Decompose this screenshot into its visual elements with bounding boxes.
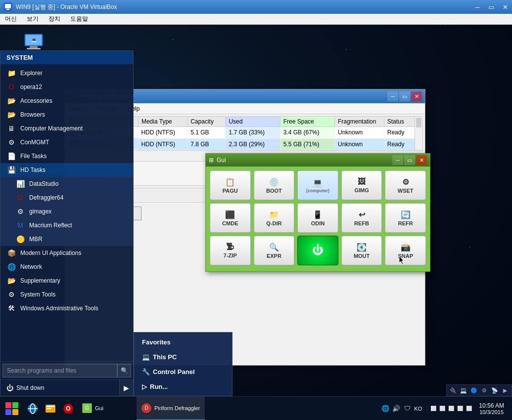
taskbar-ie-icon[interactable] bbox=[24, 397, 42, 420]
tray-extra-2[interactable]: ⬜ bbox=[438, 405, 446, 413]
shutdown-button[interactable]: ⏻ Shut down bbox=[0, 380, 119, 396]
start-item-filetasks[interactable]: 📄 File Tasks bbox=[0, 149, 133, 163]
taskbar-app-gui[interactable]: G Gui bbox=[77, 397, 137, 420]
gui-btn-mout[interactable]: 💽 MOUT bbox=[341, 236, 382, 265]
start-item-supplementary[interactable]: 📂 Supplementary bbox=[0, 274, 133, 288]
tray-overflow-icon-4[interactable]: ⚙ bbox=[480, 386, 489, 395]
start-button[interactable] bbox=[0, 397, 24, 420]
taskbar-opera-icon[interactable]: O bbox=[59, 397, 77, 420]
gui-taskbar-icon: G bbox=[82, 403, 92, 413]
system-panel-favorites[interactable]: Favorites bbox=[134, 335, 232, 349]
gui-btn-expr[interactable]: 🔍 EXPR bbox=[254, 236, 295, 265]
start-item-explorer[interactable]: 📁 Explorer bbox=[0, 66, 133, 80]
gui-window: ⊞ Gui ─ ▭ ✕ 📋 PAGU 💿 BOOT 💻 (computer) bbox=[205, 153, 430, 272]
tray-overflow-icon-1[interactable]: 🔌 bbox=[449, 386, 458, 395]
start-item-modernui[interactable]: 📦 Modern UI Applications bbox=[0, 246, 133, 260]
shutdown-arrow[interactable]: ▶ bbox=[119, 380, 133, 396]
vbox-menu-help[interactable]: 도움말 bbox=[65, 14, 93, 24]
start-subitem-defraggler64[interactable]: D Defraggler64 bbox=[0, 191, 133, 205]
tray-overflow-icon-3[interactable]: 🔵 bbox=[469, 386, 478, 395]
gui-btn-cmde[interactable]: ⬛ CMDE bbox=[210, 203, 251, 233]
start-item-network[interactable]: 🌐 Network bbox=[0, 260, 133, 274]
gui-controls: ─ ▭ ✕ bbox=[392, 155, 427, 165]
svg-rect-27 bbox=[47, 408, 51, 409]
tray-extra-1[interactable]: ⬜ bbox=[429, 405, 437, 413]
defraggler64-icon: D bbox=[15, 193, 25, 203]
tray-extra-5[interactable]: ⬜ bbox=[465, 405, 473, 413]
gui-btn-qdir[interactable]: 📁 Q-DIR bbox=[254, 203, 295, 233]
drive-used-1: 2.3 GB (29%) bbox=[226, 138, 280, 150]
gui-btn-snap[interactable]: 📸 SNAP bbox=[385, 236, 426, 265]
taskbar-fe-icon[interactable] bbox=[42, 397, 59, 420]
tray-security-icon[interactable]: 🛡 bbox=[403, 405, 411, 413]
defraggler-close[interactable]: ✕ bbox=[411, 91, 422, 101]
start-search-input[interactable] bbox=[2, 364, 117, 378]
drive-mediatype-1: HDD (NTFS) bbox=[138, 138, 187, 150]
taskbar-tray: 🌐 🔊 🛡 KO ⬜ ⬜ ⬜ ⬜ ⬜ 10:56 AM 10/3/2015 bbox=[378, 402, 512, 415]
vbox-restore[interactable]: ▭ bbox=[484, 0, 498, 14]
gui-btn-refr[interactable]: 🔄 REFR bbox=[385, 203, 426, 233]
gui-btn-wset[interactable]: ⚙ WSET bbox=[385, 170, 426, 200]
gui-btn-gimg[interactable]: 🖼 GIMG bbox=[341, 170, 382, 200]
col-fragmentation[interactable]: Fragmentation bbox=[335, 117, 384, 127]
col-used[interactable]: Used bbox=[226, 117, 280, 127]
system-panel-controlpanel[interactable]: 🔧Control Panel bbox=[134, 364, 232, 379]
gui-btn-7zip[interactable]: 🗜 7-ZIP bbox=[210, 236, 251, 265]
mbr-icon: 🟡 bbox=[15, 234, 25, 244]
col-mediatype[interactable]: Media Type bbox=[138, 117, 187, 127]
defraggler-restore[interactable]: ▭ bbox=[399, 91, 410, 101]
gui-btn-odin[interactable]: 📱 ODIN bbox=[297, 203, 338, 233]
windows-logo-icon bbox=[5, 402, 19, 416]
svg-text:💻: 💻 bbox=[31, 37, 37, 43]
tray-overflow-icon-5[interactable]: 📡 bbox=[490, 386, 499, 395]
table-scrollbar[interactable] bbox=[415, 117, 422, 150]
defraggler-minimize[interactable]: ─ bbox=[387, 91, 398, 101]
svg-rect-2 bbox=[6, 9, 9, 10]
start-item-conmgmt[interactable]: ⚙ ConMGMT bbox=[0, 135, 133, 149]
start-item-hdtasks[interactable]: 💾 HD Tasks bbox=[0, 163, 133, 177]
macrium-icon: M bbox=[15, 220, 25, 230]
start-subitem-macrium[interactable]: M Macrium Reflect bbox=[0, 218, 133, 232]
gui-close[interactable]: ✕ bbox=[416, 155, 427, 165]
vbox-close[interactable]: ✕ bbox=[498, 0, 512, 14]
start-search-button[interactable]: 🔍 bbox=[117, 364, 131, 378]
vbox-menu-device[interactable]: 장치 bbox=[44, 14, 65, 24]
tray-network-icon[interactable]: 🌐 bbox=[381, 405, 389, 413]
vbox-minimize[interactable]: ─ bbox=[470, 0, 484, 14]
start-item-winadmintools[interactable]: 🛠 Windows Administrative Tools bbox=[0, 301, 133, 315]
drive-frag-0: Unknown bbox=[335, 127, 384, 139]
tray-overflow-icon-6[interactable]: ▶ bbox=[501, 386, 510, 395]
gui-btn-power[interactable]: ⏻ bbox=[297, 236, 338, 265]
tray-lang-icon[interactable]: KO bbox=[414, 405, 422, 413]
start-subitem-mbr[interactable]: 🟡 MBR bbox=[0, 232, 133, 246]
gui-btn-pagu[interactable]: 📋 PAGU bbox=[210, 170, 251, 200]
system-panel-run[interactable]: ▷Run... bbox=[134, 379, 232, 394]
start-item-browsers[interactable]: 📂 Browsers bbox=[0, 108, 133, 122]
tray-overflow-icon-2[interactable]: 💻 bbox=[459, 386, 468, 395]
gui-btn-computer[interactable]: 💻 (computer) bbox=[297, 170, 338, 200]
gui-btn-boot[interactable]: 💿 BOOT bbox=[254, 170, 295, 200]
tray-volume-icon[interactable]: 🔊 bbox=[392, 405, 400, 413]
tray-clock[interactable]: 10:56 AM 10/3/2015 bbox=[475, 402, 508, 415]
vbox-menu-machine[interactable]: 머신 bbox=[0, 14, 22, 24]
vbox-icon bbox=[2, 1, 14, 13]
start-subitem-gimagex[interactable]: ⚙ gimagex bbox=[0, 205, 133, 218]
gui-restore[interactable]: ▭ bbox=[404, 155, 415, 165]
tray-extra-3[interactable]: ⬜ bbox=[447, 405, 455, 413]
gui-btn-refb[interactable]: ↩ REFB bbox=[341, 203, 382, 233]
start-item-accessories[interactable]: 📂 Accessories bbox=[0, 94, 133, 108]
start-item-computermgmt[interactable]: 🖥 Computer Management bbox=[0, 122, 133, 135]
col-capacity[interactable]: Capacity bbox=[187, 117, 226, 127]
taskbar-app-defraggler[interactable]: D Piriform Defraggler bbox=[137, 397, 205, 420]
svg-rect-19 bbox=[12, 402, 18, 408]
explorer-icon: 📁 bbox=[6, 68, 16, 78]
svg-rect-5 bbox=[30, 46, 38, 48]
col-freespace[interactable]: Free Space bbox=[280, 117, 334, 127]
start-subitem-datastudio[interactable]: 📊 DataStudio bbox=[0, 177, 133, 191]
tray-extra-4[interactable]: ⬜ bbox=[456, 405, 464, 413]
start-item-opera[interactable]: O opera12 bbox=[0, 80, 133, 94]
system-panel-thispc[interactable]: 💻This PC bbox=[134, 349, 232, 364]
gui-minimize[interactable]: ─ bbox=[392, 155, 403, 165]
vbox-menu-view[interactable]: 보기 bbox=[22, 14, 44, 24]
start-item-systemtools[interactable]: ⚙ System Tools bbox=[0, 288, 133, 301]
